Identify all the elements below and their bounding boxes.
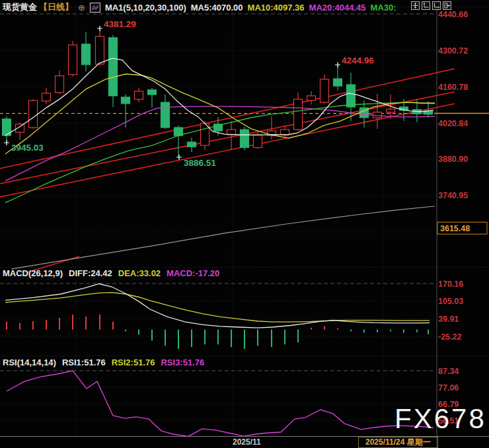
- candle-body[interactable]: [334, 79, 342, 86]
- chart-canvas[interactable]: 4440.664300.724160.784020.843880.903740.…: [0, 0, 489, 448]
- rsi1-value: RSI1:51.76: [62, 357, 106, 367]
- scale-y-axis-icon[interactable]: [422, 1, 430, 10]
- line: [5, 102, 435, 203]
- scale-x-axis-icon[interactable]: [432, 1, 441, 10]
- boxed-axis-label: 3615.48: [440, 224, 470, 233]
- candle-body[interactable]: [148, 90, 157, 94]
- rsi-panel-header: RSI(14,14,14) RSI1:51.76 RSI2:51.76 RSI3…: [3, 357, 204, 367]
- candle-body[interactable]: [109, 38, 118, 96]
- ma20-value: MA20:4044.45: [309, 3, 366, 13]
- macd-dea-value: DEA:33.02: [118, 268, 161, 278]
- y-axis-label: 4020.84: [438, 119, 468, 128]
- line: [5, 74, 435, 154]
- candle-body[interactable]: [320, 79, 329, 102]
- candle-body[interactable]: [281, 130, 289, 135]
- macd-diff-value: DIFF:24.42: [69, 268, 112, 278]
- candle-body[interactable]: [122, 97, 130, 104]
- candle-body[interactable]: [161, 102, 170, 128]
- macd-macd-value: MACD:-17.20: [167, 268, 219, 278]
- candle-body[interactable]: [42, 93, 51, 101]
- trendline[interactable]: [0, 104, 455, 197]
- candle-body[interactable]: [69, 45, 77, 75]
- fx678-watermark: FX678: [395, 403, 486, 435]
- y-axis-label: 3880.90: [438, 155, 468, 164]
- candle-body[interactable]: [387, 109, 395, 112]
- y-axis-label: 105.03: [438, 297, 463, 306]
- rsi3-value: RSI3:51.76: [161, 357, 204, 367]
- y-axis-label: 4440.66: [438, 10, 468, 19]
- price-annotation: 4381.29: [104, 19, 136, 29]
- rsi-params[interactable]: RSI(14,14,14): [3, 357, 56, 367]
- line: [7, 371, 433, 436]
- trading-chart-app: 4440.664300.724160.784020.843880.903740.…: [0, 0, 489, 448]
- collapse-right-icon[interactable]: [443, 1, 451, 10]
- period-tag[interactable]: 【日线】: [39, 1, 73, 13]
- ma-settings-label[interactable]: MA1(5,10,20,30,100): [105, 3, 186, 13]
- price-annotation: 3945.03: [11, 143, 44, 153]
- page-title: 现货黄金: [3, 1, 37, 13]
- add-indicator-icon[interactable]: ⊕: [78, 3, 85, 13]
- candle-body[interactable]: [82, 44, 91, 65]
- y-axis-label: -25.22: [438, 332, 461, 342]
- x-axis-current-date-label[interactable]: 2025/11/24 星期一: [358, 437, 438, 448]
- line: [5, 293, 430, 322]
- chart-header: 现货黄金【日线】 ⊕ MA1(5,10,20,30,100) MA5:4070.…: [3, 1, 396, 13]
- ma30-value: MA30:: [371, 3, 396, 13]
- price-annotation: 4244.96: [342, 56, 374, 65]
- candle-body[interactable]: [307, 96, 316, 100]
- candle-body[interactable]: [294, 99, 303, 130]
- rsi2-value: RSI2:51.76: [112, 357, 155, 367]
- y-axis-label: 77.06: [438, 383, 459, 392]
- pan-icon[interactable]: [411, 1, 420, 10]
- line: [11, 206, 435, 269]
- ma5-value: MA5:4070.00: [191, 3, 243, 13]
- macd-panel-header: MACD(26,12,9) DIFF:24.42 DEA:33.02 MACD:…: [3, 268, 219, 278]
- candle-body[interactable]: [29, 100, 38, 128]
- candle-body[interactable]: [56, 76, 64, 93]
- ma10-value: MA10:4097.36: [248, 3, 305, 13]
- candle-body[interactable]: [347, 85, 356, 107]
- line: [5, 284, 430, 328]
- trendline[interactable]: [0, 92, 455, 184]
- y-axis-label: 4160.78: [438, 83, 468, 92]
- y-axis-label: 87.34: [438, 367, 459, 376]
- macd-params[interactable]: MACD(26,12,9): [3, 268, 63, 278]
- price-annotation: 3886.51: [184, 158, 216, 168]
- chart-toolbar: [411, 1, 451, 10]
- candle-body[interactable]: [96, 36, 104, 64]
- y-axis-label: 39.91: [438, 315, 459, 324]
- mini-chart-icon[interactable]: [90, 3, 100, 13]
- extreme-marker-cross: [97, 26, 102, 31]
- candle-body[interactable]: [188, 142, 196, 147]
- candle-body[interactable]: [254, 135, 262, 147]
- y-axis-label: 3740.95: [438, 191, 468, 200]
- candle-body[interactable]: [135, 91, 143, 99]
- y-axis-label: 4300.72: [438, 46, 468, 56]
- candle-body[interactable]: [241, 130, 249, 147]
- extreme-marker-cross: [335, 62, 340, 67]
- y-axis-label: 170.16: [438, 280, 463, 289]
- x-axis-month-label: 2025/11: [233, 437, 261, 447]
- trendline[interactable]: [0, 69, 455, 168]
- extreme-marker-cross: [4, 140, 9, 145]
